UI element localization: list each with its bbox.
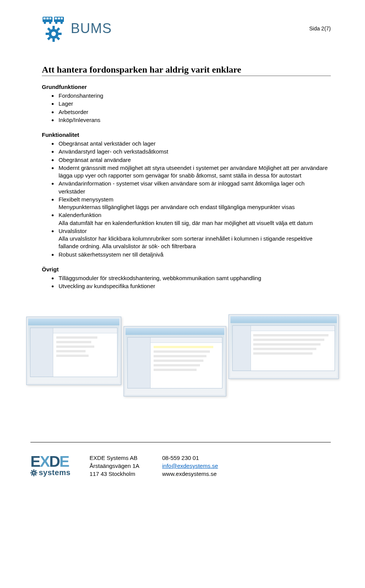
bullet-list: Obegränsat antal verkstäder och lager An… [58, 140, 331, 258]
section-ovrigt: Övrigt Tilläggsmoduler för streckkodshan… [42, 266, 331, 290]
list-item: Modernt gränssnitt med möjlighet att sty… [58, 164, 331, 180]
bullet-list: Fordonshantering Lager Arbetsorder Inköp… [58, 92, 331, 124]
svg-rect-15 [52, 39, 55, 42]
logo-letter: X [40, 453, 49, 470]
logo-letter: E [30, 453, 40, 470]
screenshot-image [229, 314, 339, 379]
section-funktionalitet: Funktionalitet Obegränsat antal verkstäd… [42, 132, 331, 258]
list-item: Arbetsorder [58, 108, 331, 116]
svg-rect-7 [55, 17, 57, 19]
svg-rect-17 [59, 33, 62, 35]
section-heading: Funktionalitet [42, 132, 331, 138]
footer-col-contact: 08-559 230 01 info@exdesystems.se www.ex… [162, 454, 218, 478]
bus-icon [42, 15, 65, 26]
section-heading: Grundfunktioner [42, 84, 331, 90]
svg-rect-26 [30, 472, 32, 473]
screenshot-image [124, 326, 226, 396]
list-item: Fordonshantering [58, 92, 331, 100]
list-item: Obegränsat antal användare [58, 156, 331, 164]
logo-letter: D [49, 453, 59, 470]
footer-columns: EXDE Systems AB Årstaängsvägen 1A 117 43… [90, 454, 218, 478]
list-item: Obegränsat antal verkstäder och lager [58, 140, 331, 147]
footer-phone: 08-559 230 01 [162, 454, 218, 462]
footer-email-link[interactable]: info@exdesystems.se [162, 463, 218, 469]
svg-rect-16 [46, 33, 49, 35]
list-item: KalenderfunktionAlla datumfält har en ka… [58, 211, 331, 227]
svg-rect-3 [49, 17, 51, 19]
footer-street: Årstaängsvägen 1A [90, 462, 140, 470]
list-item: Flexibelt menysystemMenypunkternas tillg… [58, 196, 331, 211]
footer-col-address: EXDE Systems AB Årstaängsvägen 1A 117 43… [90, 454, 140, 478]
logo-subtext: systems [39, 468, 71, 477]
svg-rect-8 [58, 17, 60, 19]
list-item: Utveckling av kundspecifika funktioner [58, 282, 331, 290]
svg-rect-9 [61, 17, 63, 19]
footer-city: 117 43 Stockholm [90, 470, 140, 478]
screenshot-image [26, 317, 121, 385]
logo-letter: E [59, 453, 69, 470]
section-grundfunktioner: Grundfunktioner Fordonshantering Lager A… [42, 84, 331, 124]
svg-rect-14 [52, 26, 55, 29]
svg-point-11 [60, 22, 63, 24]
exde-logo: EXDE systems [30, 455, 71, 477]
svg-point-13 [51, 32, 56, 36]
svg-rect-2 [46, 17, 49, 19]
logo-text: BUMS [71, 21, 112, 36]
bullet-list: Tilläggsmoduler för streckkodshantering,… [58, 274, 331, 290]
list-item: Tilläggsmoduler för streckkodshantering,… [58, 274, 331, 282]
footer-company: EXDE Systems AB [90, 454, 140, 462]
gear-small-icon [30, 469, 37, 476]
page-footer: EXDE systems EXDE Sy [30, 454, 331, 478]
section-heading: Övrigt [42, 266, 331, 273]
svg-rect-1 [43, 17, 46, 19]
list-item: Robust säkerhetssystem ner till detaljni… [58, 251, 331, 258]
svg-rect-24 [33, 469, 35, 471]
svg-rect-25 [33, 475, 35, 476]
list-item: UrvalslistorAlla urvalslistor har klickb… [58, 227, 331, 250]
footer-divider [30, 442, 331, 442]
logo-section: BUMS [42, 15, 112, 42]
svg-point-10 [55, 22, 57, 24]
footer-website: www.exdesystems.se [162, 470, 218, 478]
list-item: Lager [58, 100, 331, 108]
list-item: Användarinformation - systemet visar vil… [58, 180, 331, 195]
svg-point-23 [33, 472, 35, 474]
list-item: Användarstyrd lager- och verkstadsåtkoms… [58, 148, 331, 155]
svg-point-4 [44, 22, 46, 24]
bums-logo-icon [42, 15, 65, 42]
screenshot-row [23, 317, 342, 396]
page-number: Sida 2(7) [309, 25, 331, 32]
exde-logo-subtitle: systems [30, 468, 71, 477]
page-header: BUMS Sida 2(7) [42, 15, 331, 42]
svg-rect-27 [36, 472, 37, 473]
page-title: Att hantera fordonsparken har aldrig var… [42, 65, 331, 76]
gear-icon [42, 26, 65, 42]
svg-point-5 [49, 22, 51, 24]
exde-logo-text: EXDE [30, 455, 71, 468]
list-item: Inköp/Inleverans [58, 116, 331, 124]
